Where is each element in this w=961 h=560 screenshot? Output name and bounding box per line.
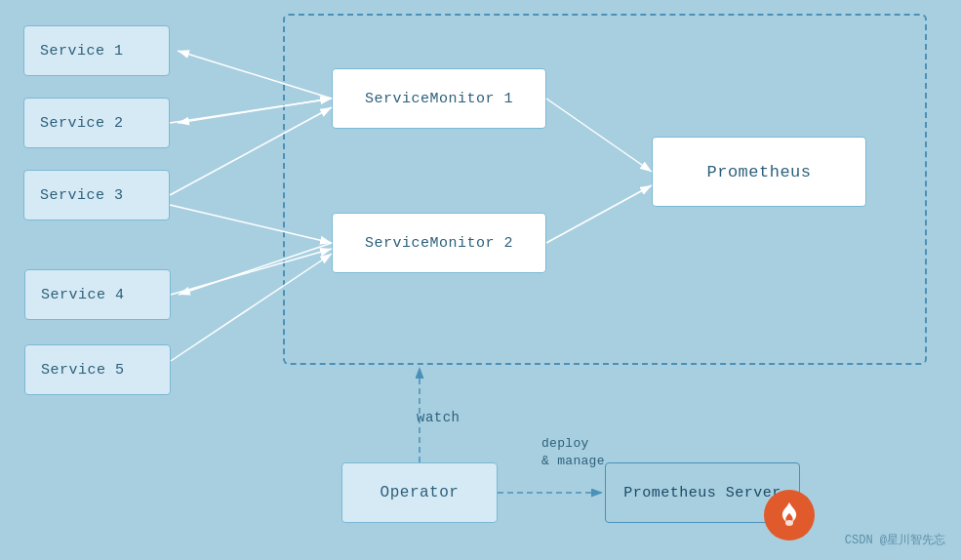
service-4: Service 4 [24,269,171,320]
csdn-logo [764,490,815,540]
watch-label: watch [417,410,460,425]
service-monitor-2: ServiceMonitor 2 [332,213,546,273]
operator-box: Operator [341,462,498,523]
service-2: Service 2 [23,98,170,148]
csdn-logo-icon [775,500,804,530]
service-monitor-1: ServiceMonitor 1 [332,68,546,129]
service-3: Service 3 [23,170,170,220]
service-1: Service 1 [23,25,170,76]
service-5: Service 5 [24,344,171,395]
deploy-label: deploy& manage [541,435,605,470]
svg-point-16 [785,520,793,526]
prometheus-box: Prometheus [652,137,866,207]
watermark: CSDN @星川智先忘 [845,532,945,548]
